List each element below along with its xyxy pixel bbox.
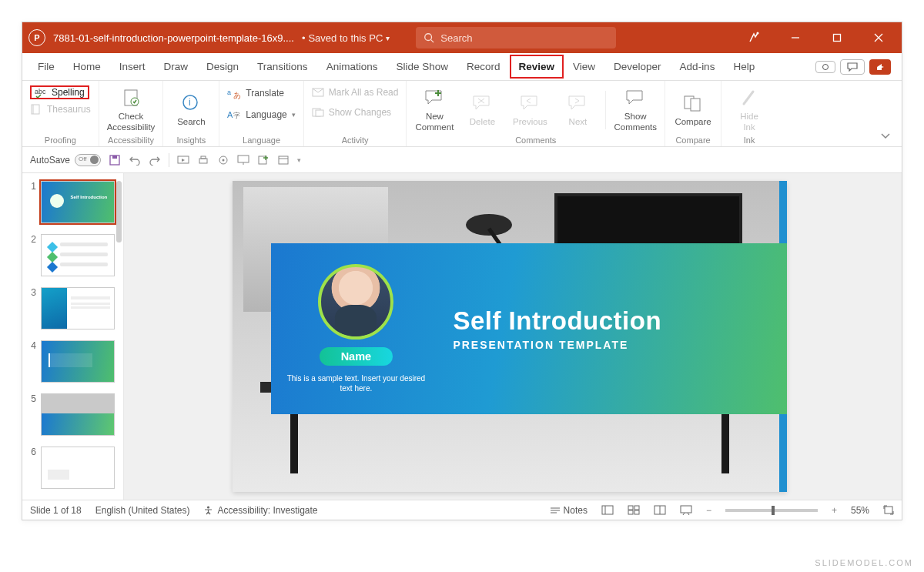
reading-view-icon[interactable] <box>654 505 666 515</box>
slide-thumbnail-panel[interactable]: 1 Self Introduction 2 3 4 <box>22 173 124 500</box>
tab-help[interactable]: Help <box>724 55 764 79</box>
coming-soon-icon[interactable] <box>737 22 771 53</box>
svg-rect-52 <box>681 506 691 513</box>
svg-text:i: i <box>189 97 191 108</box>
close-button[interactable] <box>862 22 896 53</box>
tab-draw[interactable]: Draw <box>155 55 198 79</box>
ribbon-tabs: File Home Insert Draw Design Transitions… <box>22 53 902 81</box>
new-comment-button[interactable]: New Comment <box>414 87 454 133</box>
tab-developer[interactable]: Developer <box>604 55 671 79</box>
minimize-button[interactable] <box>778 22 812 53</box>
tab-insert[interactable]: Insert <box>110 55 155 79</box>
save-icon[interactable] <box>109 154 121 166</box>
show-comments-button[interactable]: Show Comments <box>614 87 657 133</box>
tab-add-ins[interactable]: Add-ins <box>671 55 725 79</box>
name-placeholder[interactable]: Name <box>320 347 393 366</box>
slide-sorter-icon[interactable] <box>628 505 640 515</box>
tab-record[interactable]: Record <box>457 55 510 79</box>
tab-view[interactable]: View <box>564 55 604 79</box>
collapse-ribbon-button[interactable] <box>869 126 902 146</box>
translate-button[interactable]: aあ Translate <box>227 85 284 101</box>
spelling-icon: abc <box>35 87 47 98</box>
from-beginning-icon[interactable] <box>177 155 189 166</box>
spelling-button[interactable]: abc Spelling <box>30 85 89 99</box>
canvas-scrollbar[interactable] <box>889 176 899 497</box>
sample-text-placeholder[interactable]: This is a sample text. Insert your desir… <box>286 373 425 393</box>
slide-title[interactable]: Self Introduction <box>453 306 787 336</box>
comments-pane-toggle[interactable] <box>840 59 865 75</box>
new-slide-icon[interactable] <box>257 155 270 166</box>
share-button[interactable] <box>869 59 891 75</box>
watermark: SLIDEMODEL.COM <box>815 558 913 567</box>
tab-animations[interactable]: Animations <box>317 55 387 79</box>
prev-comment-icon <box>520 94 540 112</box>
slide-thumbnail-3[interactable] <box>41 287 115 329</box>
svg-point-0 <box>425 34 432 41</box>
tab-slide-show[interactable]: Slide Show <box>387 55 457 79</box>
fit-to-window-icon[interactable] <box>883 505 894 515</box>
normal-view-icon[interactable] <box>601 505 614 515</box>
slideshow-view-icon[interactable] <box>680 505 692 515</box>
group-label-proofing: Proofing <box>30 134 91 145</box>
powerpoint-window: P 7881-01-self-introduction-powerpoint-t… <box>22 22 902 520</box>
thumbnail-scrollbar[interactable] <box>116 181 122 243</box>
tab-design[interactable]: Design <box>197 55 248 79</box>
slide-thumbnail-2[interactable] <box>41 234 115 276</box>
slide-thumbnail-1[interactable]: Self Introduction <box>41 181 115 223</box>
ink-icon <box>741 89 758 107</box>
slide-title-card: Name This is a sample text. Insert your … <box>271 243 787 414</box>
delete-comment-icon <box>472 94 492 112</box>
group-accessibility: Check Accessibility Accessibility <box>99 81 164 146</box>
group-label-accessibility: Accessibility <box>107 134 156 145</box>
thesaurus-icon <box>30 104 42 115</box>
redo-icon[interactable] <box>149 155 161 166</box>
svg-text:a: a <box>227 89 231 96</box>
tab-home[interactable]: Home <box>64 55 110 79</box>
search-box[interactable]: Search <box>416 27 616 49</box>
slide-thumbnail-5[interactable] <box>41 393 115 436</box>
profile-avatar[interactable] <box>318 264 393 340</box>
document-name[interactable]: 7881-01-self-introduction-powerpoint-tem… <box>53 32 294 44</box>
thumb-number: 6 <box>27 447 36 457</box>
notes-icon <box>550 507 561 514</box>
tab-file[interactable]: File <box>28 55 64 79</box>
autosave-toggle[interactable]: AutoSave Off <box>30 154 101 166</box>
camera-tool[interactable] <box>815 61 835 73</box>
compare-button[interactable]: Compare <box>673 92 713 128</box>
touch-mode-icon[interactable] <box>217 154 229 166</box>
new-comment-icon <box>424 89 444 107</box>
tab-review[interactable]: Review <box>510 55 564 79</box>
thesaurus-button[interactable]: Thesaurus <box>30 102 91 116</box>
slide-subtitle[interactable]: PRESENTATION TEMPLATE <box>453 339 787 351</box>
print-icon[interactable] <box>197 155 209 166</box>
smart-lookup-button[interactable]: i Search <box>171 92 211 128</box>
slide-thumbnail-4[interactable] <box>41 340 115 383</box>
present-icon[interactable] <box>237 155 249 166</box>
language-button[interactable]: A字 Language ▾ <box>227 107 295 122</box>
slide-thumbnail-6[interactable] <box>41 447 115 489</box>
layout-icon[interactable] <box>277 155 290 166</box>
compare-icon <box>683 94 703 112</box>
svg-rect-55 <box>885 507 892 513</box>
maximize-button[interactable] <box>820 22 854 53</box>
zoom-percent[interactable]: 55% <box>851 505 869 516</box>
changes-icon <box>312 108 324 117</box>
status-accessibility[interactable]: Accessibility: Investigate <box>203 505 317 516</box>
tab-transitions[interactable]: Transitions <box>248 55 317 79</box>
status-language[interactable]: English (United States) <box>95 505 190 516</box>
notes-button[interactable]: Notes <box>550 505 588 516</box>
ribbon: abc Spelling Thesaurus Proofing Check Ac… <box>22 81 902 147</box>
delete-comment-button: Delete <box>462 92 502 128</box>
accessibility-person-icon <box>203 505 213 515</box>
slide-canvas-area[interactable]: Name This is a sample text. Insert your … <box>124 173 902 500</box>
undo-icon[interactable] <box>129 155 141 166</box>
current-slide[interactable]: Name This is a sample text. Insert your … <box>233 181 787 492</box>
slide-position[interactable]: Slide 1 of 18 <box>30 505 82 516</box>
powerpoint-app-icon: P <box>28 29 45 46</box>
svg-rect-47 <box>634 506 639 510</box>
check-accessibility-button[interactable]: Check Accessibility <box>107 87 156 133</box>
hide-ink-button: Hide Ink <box>729 87 769 133</box>
svg-rect-46 <box>628 506 633 510</box>
zoom-slider[interactable] <box>725 509 818 512</box>
save-status[interactable]: • Saved to this PC ▾ <box>302 32 390 44</box>
